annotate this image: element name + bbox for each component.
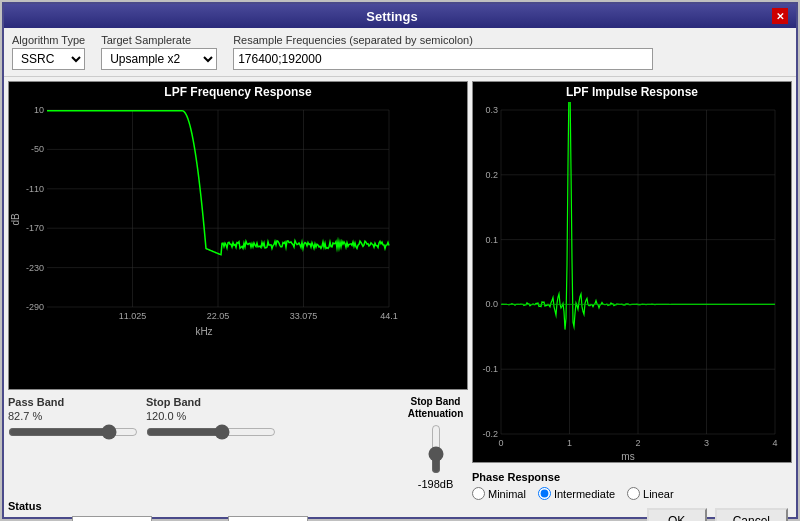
settings-dialog: Settings ✕ Algorithm Type SSRC Linear Cu… <box>2 2 798 519</box>
attenuation-input[interactable] <box>228 516 308 521</box>
ok-button[interactable]: OK <box>647 508 707 521</box>
phase-linear-radio[interactable] <box>627 487 640 500</box>
status-row: Frequency: Attenuation: <box>8 516 468 521</box>
algorithm-type-select[interactable]: SSRC Linear Cubic <box>12 48 85 70</box>
close-button[interactable]: ✕ <box>772 8 788 24</box>
stop-band-atten-value: -198dB <box>418 478 453 490</box>
target-samplerate-select[interactable]: Upsample x2 Upsample x4 Downsample x2 <box>101 48 217 70</box>
main-content: LPF Frequency Response Pass Band 82.7 % … <box>4 77 796 521</box>
stop-band-group: Stop Band 120.0 % <box>146 396 276 440</box>
resample-freq-group: Resample Frequencies (separated by semic… <box>233 34 788 70</box>
phase-linear-option[interactable]: Linear <box>627 487 674 500</box>
lpf-impulse-title: LPF Impulse Response <box>473 82 791 102</box>
left-panel: LPF Frequency Response Pass Band 82.7 % … <box>8 81 468 521</box>
attenuation-field: Attenuation: <box>160 516 308 521</box>
phase-intermediate-label: Intermediate <box>554 488 615 500</box>
phase-minimal-radio[interactable] <box>472 487 485 500</box>
stop-band-atten-label: Stop BandAttenuation <box>408 396 464 420</box>
frequency-input[interactable] <box>72 516 152 521</box>
phase-linear-label: Linear <box>643 488 674 500</box>
right-panel: LPF Impulse Response Phase Response Mini… <box>472 81 792 521</box>
status-area: Status Frequency: Attenuation: <box>8 496 468 521</box>
pass-band-group: Pass Band 82.7 % <box>8 396 138 440</box>
lpf-freq-chart: LPF Frequency Response <box>8 81 468 390</box>
toolbar: Algorithm Type SSRC Linear Cubic Target … <box>4 28 796 77</box>
phase-minimal-option[interactable]: Minimal <box>472 487 526 500</box>
phase-intermediate-option[interactable]: Intermediate <box>538 487 615 500</box>
stop-band-value: 120.0 % <box>146 410 276 422</box>
pass-band-slider[interactable] <box>8 424 138 440</box>
cancel-button[interactable]: Cancel <box>715 508 788 521</box>
phase-section: Phase Response Minimal Intermediate <box>472 471 792 500</box>
phase-minimal-label: Minimal <box>488 488 526 500</box>
resample-freq-input[interactable] <box>233 48 653 70</box>
stop-band-atten-slider[interactable] <box>426 424 446 474</box>
phase-options: Minimal Intermediate Linear <box>472 487 792 500</box>
resample-freq-label: Resample Frequencies (separated by semic… <box>233 34 788 46</box>
stop-band-slider[interactable] <box>146 424 276 440</box>
target-samplerate-group: Target Samplerate Upsample x2 Upsample x… <box>101 34 217 70</box>
stop-band-label: Stop Band <box>146 396 276 408</box>
target-samplerate-label: Target Samplerate <box>101 34 217 46</box>
stop-band-atten-group: Stop BandAttenuation -198dB <box>403 396 468 490</box>
title-bar: Settings ✕ <box>4 4 796 28</box>
algorithm-type-label: Algorithm Type <box>12 34 85 46</box>
frequency-field: Frequency: <box>8 516 152 521</box>
phase-intermediate-radio[interactable] <box>538 487 551 500</box>
ok-cancel-area: OK Cancel <box>472 504 792 521</box>
algorithm-type-group: Algorithm Type SSRC Linear Cubic <box>12 34 85 70</box>
lpf-freq-title: LPF Frequency Response <box>9 82 467 102</box>
lpf-impulse-chart: LPF Impulse Response <box>472 81 792 463</box>
status-label: Status <box>8 500 468 512</box>
pass-band-value: 82.7 % <box>8 410 138 422</box>
pass-band-label: Pass Band <box>8 396 138 408</box>
dialog-title: Settings <box>12 9 772 24</box>
phase-label: Phase Response <box>472 471 792 483</box>
